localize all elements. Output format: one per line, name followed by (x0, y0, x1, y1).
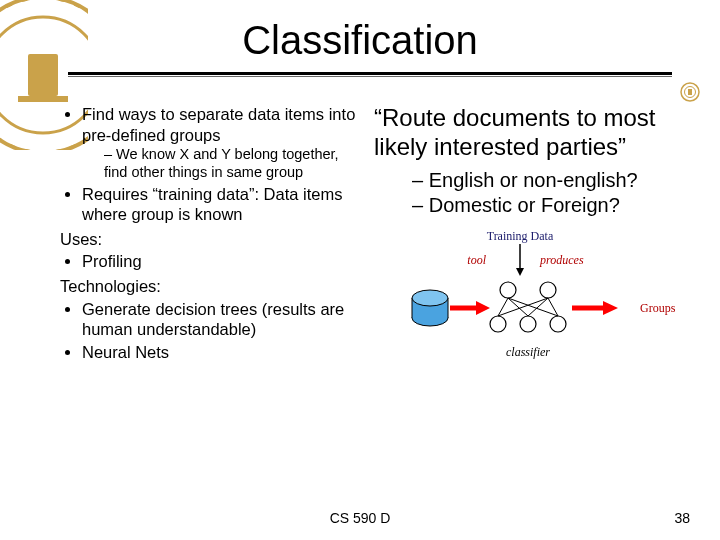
quote-route-documents: “Route documents to most likely interest… (370, 104, 690, 162)
svg-rect-6 (688, 89, 692, 95)
svg-point-17 (540, 282, 556, 298)
label-groups: Groups (640, 301, 676, 315)
uses-label: Uses: (60, 229, 360, 250)
title-rule-thin (68, 76, 672, 77)
footer-page-number: 38 (674, 510, 690, 526)
right-column: “Route documents to most likely interest… (370, 104, 690, 490)
label-classifier: classifier (506, 345, 550, 359)
label-tool: tool (467, 253, 486, 267)
svg-point-13 (412, 290, 448, 306)
svg-point-20 (550, 316, 566, 332)
label-produces: produces (539, 253, 584, 267)
svg-point-19 (520, 316, 536, 332)
svg-line-23 (528, 298, 548, 316)
title-rule (68, 72, 672, 75)
bullet-english: English or non-english? (412, 168, 690, 193)
bullet-neural-nets: Neural Nets (82, 342, 360, 363)
technologies-label: Technologies: (60, 276, 360, 297)
bullet-training-data: Requires “training data”: Data items whe… (82, 184, 360, 225)
mini-seal-icon (680, 82, 700, 102)
left-column: Find ways to separate data items into pr… (60, 104, 360, 490)
svg-rect-3 (18, 96, 68, 102)
svg-marker-8 (516, 268, 524, 276)
bullet-domestic: Domestic or Foreign? (412, 193, 690, 218)
svg-line-22 (508, 298, 528, 316)
svg-line-25 (508, 298, 558, 316)
label-training-data: Training Data (487, 229, 554, 243)
svg-line-26 (498, 298, 548, 316)
bullet-profiling: Profiling (82, 251, 360, 272)
svg-marker-28 (603, 301, 618, 315)
subbullet-know-xy: We know X and Y belong together, find ot… (104, 145, 360, 181)
footer-course: CS 590 D (0, 510, 720, 526)
bullet-text: Find ways to separate data items into pr… (82, 105, 355, 144)
slide: Classification Find ways to separate dat… (0, 0, 720, 540)
classifier-diagram: Training Data tool produces (400, 228, 690, 373)
svg-marker-15 (476, 301, 490, 315)
bullet-decision-trees: Generate decision trees (results are hum… (82, 299, 360, 340)
svg-point-18 (490, 316, 506, 332)
svg-point-16 (500, 282, 516, 298)
bullet-separate: Find ways to separate data items into pr… (82, 104, 360, 182)
body-columns: Find ways to separate data items into pr… (60, 104, 690, 490)
slide-title: Classification (0, 18, 720, 63)
